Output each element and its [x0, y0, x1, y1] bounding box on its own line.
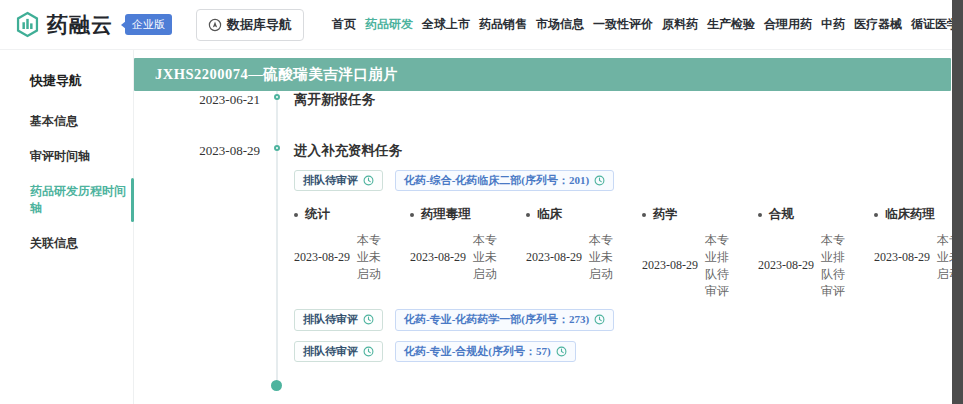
top-navigation-bar: 药融云 企业版 数据库导航 首页药品研发全球上市药品销售市场信息一致性评价原料药…: [0, 0, 963, 50]
specialty-date: 2023-08-29: [642, 258, 698, 273]
specialty-name-label: 药学: [653, 206, 678, 223]
nav-item-7[interactable]: 生产检验: [705, 14, 757, 35]
specialty-date: 2023-08-29: [294, 250, 350, 265]
status-tag[interactable]: 排队待审评: [294, 341, 383, 362]
status-tag-label: 排队待审评: [303, 345, 358, 358]
clock-icon: [556, 346, 567, 357]
tag-row: 排队待审评化药-综合-化药临床二部(序列号：201): [294, 170, 951, 191]
department-tag-label: 化药-专业-合规处(序列号：57): [404, 345, 551, 358]
specialty-column-0: 统计2023-08-29本专业未启动: [294, 206, 410, 299]
specialty-name: 临床: [526, 206, 642, 223]
database-nav-button[interactable]: 数据库导航: [196, 9, 304, 41]
status-tag[interactable]: 排队待审评: [294, 309, 383, 330]
logo-hexagon-icon: [14, 11, 41, 38]
department-tag[interactable]: 化药-专业-化药药学一部(序列号：273): [395, 309, 614, 330]
status-tag-label: 排队待审评: [303, 174, 358, 187]
specialty-column-3: 药学2023-08-29本专业排队待审评: [642, 206, 758, 299]
quick-nav-sidebar: 快捷导航 基本信息审评时间轴药品研发历程时间轴关联信息: [0, 50, 134, 404]
app-logo[interactable]: 药融云 企业版: [14, 11, 172, 39]
timeline: 2023-06-21离开新报任务2023-08-29进入补充资料任务排队待审评化…: [134, 91, 951, 362]
sidebar-item-1[interactable]: 审评时间轴: [0, 139, 133, 174]
nav-item-5[interactable]: 一致性评价: [591, 14, 655, 35]
status-tag[interactable]: 排队待审评: [294, 170, 383, 191]
nav-item-10[interactable]: 医疗器械: [852, 14, 904, 35]
specialty-cell: 2023-08-29本专业未启动: [526, 232, 642, 282]
timeline-entry-title: 离开新报任务: [294, 91, 951, 109]
nav-item-8[interactable]: 合理用药: [762, 14, 814, 35]
sidebar-item-0[interactable]: 基本信息: [0, 104, 133, 139]
timeline-entry: 2023-08-29进入补充资料任务排队待审评化药-综合-化药临床二部(序列号：…: [134, 142, 951, 362]
specialty-cell: 2023-08-29本专业未启动: [874, 232, 963, 282]
specialty-name-label: 临床药理: [885, 206, 935, 223]
timeline-node-circle-icon: [274, 94, 280, 100]
specialty-name-label: 临床: [537, 206, 562, 223]
clock-icon: [363, 346, 374, 357]
bullet-icon: [294, 213, 298, 217]
department-tag[interactable]: 化药-综合-化药临床二部(序列号：201): [395, 170, 614, 191]
nav-item-1[interactable]: 药品研发: [363, 14, 415, 35]
tag-row: 排队待审评化药-专业-化药药学一部(序列号：273): [294, 309, 951, 330]
specialty-name: 合规: [758, 206, 874, 223]
timeline-entry-title: 进入补充资料任务: [294, 142, 951, 160]
specialties-grid: 统计2023-08-29本专业未启动药理毒理2023-08-29本专业未启动临床…: [294, 206, 951, 299]
bullet-icon: [526, 213, 530, 217]
specialty-cell: 2023-08-29本专业未启动: [294, 232, 410, 282]
sidebar-item-3[interactable]: 关联信息: [0, 226, 133, 261]
specialty-cell: 2023-08-29本专业排队待审评: [642, 232, 758, 299]
specialty-date: 2023-08-29: [526, 250, 582, 265]
timeline-entry: 2023-06-21离开新报任务: [134, 91, 951, 109]
timeline-date: 2023-06-21: [134, 91, 260, 109]
specialty-name: 药学: [642, 206, 758, 223]
specialty-name-label: 统计: [305, 206, 330, 223]
specialty-name: 临床药理: [874, 206, 963, 223]
main-nav: 首页药品研发全球上市药品销售市场信息一致性评价原料药生产检验合理用药中药医疗器械…: [330, 14, 961, 35]
specialty-status: 本专业排队待审评: [821, 232, 855, 299]
adjacent-window-edge: [952, 0, 963, 404]
sidebar-item-2[interactable]: 药品研发历程时间轴: [0, 174, 133, 226]
specialty-name-label: 合规: [769, 206, 794, 223]
clock-icon: [594, 314, 605, 325]
enterprise-badge: 企业版: [125, 14, 172, 35]
specialty-name: 统计: [294, 206, 410, 223]
nav-item-0[interactable]: 首页: [330, 14, 358, 35]
specialty-cell: 2023-08-29本专业未启动: [410, 232, 526, 282]
department-tag-label: 化药-专业-化药药学一部(序列号：273): [404, 313, 589, 326]
specialty-status: 本专业未启动: [357, 232, 391, 282]
drug-title-bar: JXHS2200074—硫酸瑞美吉泮口崩片: [134, 58, 951, 91]
compass-icon: [208, 18, 222, 32]
timeline-entry-body: 进入补充资料任务排队待审评化药-综合-化药临床二部(序列号：201)统计2023…: [294, 142, 951, 362]
specialty-name-label: 药理毒理: [421, 206, 471, 223]
specialty-name: 药理毒理: [410, 206, 526, 223]
page-body: 快捷导航 基本信息审评时间轴药品研发历程时间轴关联信息 JXHS2200074—…: [0, 50, 963, 404]
specialty-date: 2023-08-29: [758, 258, 814, 273]
nav-item-6[interactable]: 原料药: [660, 14, 700, 35]
sidebar-items: 基本信息审评时间轴药品研发历程时间轴关联信息: [0, 104, 133, 261]
specialty-status: 本专业未启动: [473, 232, 507, 282]
nav-item-3[interactable]: 药品销售: [477, 14, 529, 35]
specialty-column-4: 合规2023-08-29本专业排队待审评: [758, 206, 874, 299]
database-nav-label: 数据库导航: [227, 16, 292, 34]
specialty-column-1: 药理毒理2023-08-29本专业未启动: [410, 206, 526, 299]
clock-icon: [594, 175, 605, 186]
logo-text: 药融云: [47, 11, 113, 39]
bullet-icon: [758, 213, 762, 217]
tag-row: 排队待审评化药-专业-合规处(序列号：57): [294, 341, 951, 362]
clock-icon: [363, 175, 374, 186]
timeline-node: [260, 142, 294, 362]
specialty-date: 2023-08-29: [874, 250, 930, 265]
specialty-column-5: 临床药理2023-08-29本专业未启动: [874, 206, 963, 299]
sidebar-title: 快捷导航: [0, 64, 133, 104]
department-tag[interactable]: 化药-专业-合规处(序列号：57): [395, 341, 576, 362]
department-tag-label: 化药-综合-化药临床二部(序列号：201): [404, 174, 589, 187]
nav-item-4[interactable]: 市场信息: [534, 14, 586, 35]
nav-item-9[interactable]: 中药: [819, 14, 847, 35]
specialty-status: 本专业排队待审评: [705, 232, 739, 299]
bullet-icon: [642, 213, 646, 217]
specialty-cell: 2023-08-29本专业排队待审评: [758, 232, 874, 299]
nav-item-2[interactable]: 全球上市: [420, 14, 472, 35]
timeline-date: 2023-08-29: [134, 142, 260, 362]
clock-icon: [363, 314, 374, 325]
bullet-icon: [874, 213, 878, 217]
timeline-end-dot: [271, 380, 282, 391]
main-content: JXHS2200074—硫酸瑞美吉泮口崩片 2023-06-21离开新报任务20…: [134, 50, 963, 404]
